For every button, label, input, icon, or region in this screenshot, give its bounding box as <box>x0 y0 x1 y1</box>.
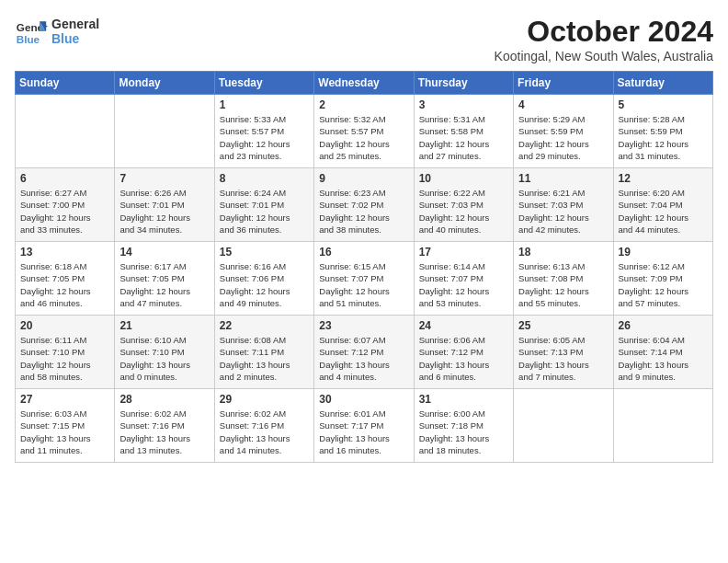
day-info: Sunrise: 5:31 AM Sunset: 5:58 PM Dayligh… <box>419 113 508 162</box>
day-info: Sunrise: 6:26 AM Sunset: 7:01 PM Dayligh… <box>119 187 209 236</box>
calendar-cell: 8Sunrise: 6:24 AM Sunset: 7:01 PM Daylig… <box>214 168 313 242</box>
day-info: Sunrise: 6:10 AM Sunset: 7:10 PM Dayligh… <box>119 334 209 383</box>
day-number: 12 <box>619 172 708 185</box>
day-info: Sunrise: 6:14 AM Sunset: 7:07 PM Dayligh… <box>419 260 508 309</box>
day-info: Sunrise: 6:21 AM Sunset: 7:03 PM Dayligh… <box>518 187 608 236</box>
calendar-cell: 28Sunrise: 6:02 AM Sunset: 7:16 PM Dayli… <box>115 389 214 463</box>
day-number: 13 <box>20 246 109 259</box>
day-number: 19 <box>619 246 708 259</box>
calendar-cell: 2Sunrise: 5:32 AM Sunset: 5:57 PM Daylig… <box>314 95 414 168</box>
day-info: Sunrise: 6:22 AM Sunset: 7:03 PM Dayligh… <box>419 187 508 236</box>
calendar-cell: 20Sunrise: 6:11 AM Sunset: 7:10 PM Dayli… <box>16 316 115 389</box>
day-number: 21 <box>119 319 209 332</box>
calendar-cell: 11Sunrise: 6:21 AM Sunset: 7:03 PM Dayli… <box>514 168 613 242</box>
header-thursday: Thursday <box>414 72 513 95</box>
calendar-cell: 23Sunrise: 6:07 AM Sunset: 7:12 PM Dayli… <box>314 316 414 389</box>
header-monday: Monday <box>115 72 214 95</box>
location: Kootingal, New South Wales, Australia <box>495 49 713 63</box>
day-number: 29 <box>220 393 309 406</box>
day-number: 4 <box>518 98 608 111</box>
day-number: 17 <box>419 246 508 259</box>
day-info: Sunrise: 5:32 AM Sunset: 5:57 PM Dayligh… <box>319 113 408 162</box>
calendar-cell: 7Sunrise: 6:26 AM Sunset: 7:01 PM Daylig… <box>115 168 214 242</box>
calendar-cell: 16Sunrise: 6:15 AM Sunset: 7:07 PM Dayli… <box>314 242 414 316</box>
day-number: 28 <box>119 393 209 406</box>
header-sunday: Sunday <box>16 72 115 95</box>
day-info: Sunrise: 6:07 AM Sunset: 7:12 PM Dayligh… <box>319 334 408 383</box>
calendar-cell: 17Sunrise: 6:14 AM Sunset: 7:07 PM Dayli… <box>414 242 513 316</box>
day-number: 10 <box>419 172 508 185</box>
day-info: Sunrise: 6:12 AM Sunset: 7:09 PM Dayligh… <box>619 260 708 309</box>
calendar-week-row: 20Sunrise: 6:11 AM Sunset: 7:10 PM Dayli… <box>16 316 713 389</box>
day-info: Sunrise: 6:02 AM Sunset: 7:16 PM Dayligh… <box>119 408 209 456</box>
header-saturday: Saturday <box>613 72 712 95</box>
calendar-cell: 9Sunrise: 6:23 AM Sunset: 7:02 PM Daylig… <box>314 168 414 242</box>
day-info: Sunrise: 5:28 AM Sunset: 5:59 PM Dayligh… <box>619 113 708 162</box>
calendar-cell: 15Sunrise: 6:16 AM Sunset: 7:06 PM Dayli… <box>214 242 313 316</box>
calendar-cell: 25Sunrise: 6:05 AM Sunset: 7:13 PM Dayli… <box>514 316 613 389</box>
day-number: 1 <box>220 98 309 111</box>
calendar-week-row: 1Sunrise: 5:33 AM Sunset: 5:57 PM Daylig… <box>16 95 713 168</box>
day-info: Sunrise: 6:23 AM Sunset: 7:02 PM Dayligh… <box>319 187 408 236</box>
day-number: 27 <box>20 393 109 406</box>
day-info: Sunrise: 6:15 AM Sunset: 7:07 PM Dayligh… <box>319 260 408 309</box>
calendar-cell: 22Sunrise: 6:08 AM Sunset: 7:11 PM Dayli… <box>214 316 313 389</box>
day-info: Sunrise: 6:11 AM Sunset: 7:10 PM Dayligh… <box>20 334 109 383</box>
day-info: Sunrise: 6:20 AM Sunset: 7:04 PM Dayligh… <box>619 187 708 236</box>
calendar-cell: 1Sunrise: 5:33 AM Sunset: 5:57 PM Daylig… <box>214 95 313 168</box>
day-number: 24 <box>419 319 508 332</box>
day-number: 6 <box>20 172 109 185</box>
day-info: Sunrise: 6:05 AM Sunset: 7:13 PM Dayligh… <box>518 334 608 383</box>
calendar-table: SundayMondayTuesdayWednesdayThursdayFrid… <box>15 71 713 463</box>
day-number: 14 <box>119 246 209 259</box>
day-info: Sunrise: 5:29 AM Sunset: 5:59 PM Dayligh… <box>518 113 608 162</box>
calendar-cell: 12Sunrise: 6:20 AM Sunset: 7:04 PM Dayli… <box>613 168 712 242</box>
day-info: Sunrise: 6:04 AM Sunset: 7:14 PM Dayligh… <box>619 334 708 383</box>
day-info: Sunrise: 5:33 AM Sunset: 5:57 PM Dayligh… <box>220 113 309 162</box>
day-info: Sunrise: 6:06 AM Sunset: 7:12 PM Dayligh… <box>419 334 508 383</box>
calendar-cell: 30Sunrise: 6:01 AM Sunset: 7:17 PM Dayli… <box>314 389 414 463</box>
day-number: 20 <box>20 319 109 332</box>
calendar-cell: 18Sunrise: 6:13 AM Sunset: 7:08 PM Dayli… <box>514 242 613 316</box>
day-number: 11 <box>518 172 608 185</box>
header-friday: Friday <box>514 72 613 95</box>
calendar-cell: 24Sunrise: 6:06 AM Sunset: 7:12 PM Dayli… <box>414 316 513 389</box>
day-info: Sunrise: 6:24 AM Sunset: 7:01 PM Dayligh… <box>220 187 309 236</box>
day-info: Sunrise: 6:02 AM Sunset: 7:16 PM Dayligh… <box>220 408 309 456</box>
calendar-cell: 6Sunrise: 6:27 AM Sunset: 7:00 PM Daylig… <box>16 168 115 242</box>
day-info: Sunrise: 6:13 AM Sunset: 7:08 PM Dayligh… <box>518 260 608 309</box>
day-number: 9 <box>319 172 408 185</box>
calendar-week-row: 6Sunrise: 6:27 AM Sunset: 7:00 PM Daylig… <box>16 168 713 242</box>
day-number: 7 <box>119 172 209 185</box>
logo-line2: Blue <box>51 31 99 46</box>
header-wednesday: Wednesday <box>314 72 414 95</box>
calendar-week-row: 13Sunrise: 6:18 AM Sunset: 7:05 PM Dayli… <box>16 242 713 316</box>
calendar-cell: 3Sunrise: 5:31 AM Sunset: 5:58 PM Daylig… <box>414 95 513 168</box>
day-number: 30 <box>319 393 408 406</box>
day-info: Sunrise: 6:18 AM Sunset: 7:05 PM Dayligh… <box>20 260 109 309</box>
calendar-cell: 14Sunrise: 6:17 AM Sunset: 7:05 PM Dayli… <box>115 242 214 316</box>
calendar-cell <box>115 95 214 168</box>
day-info: Sunrise: 6:01 AM Sunset: 7:17 PM Dayligh… <box>319 408 408 456</box>
day-number: 15 <box>220 246 309 259</box>
logo-icon: General Blue <box>15 15 48 48</box>
logo-line1: General <box>51 17 99 31</box>
day-number: 2 <box>319 98 408 111</box>
day-number: 25 <box>518 319 608 332</box>
day-number: 23 <box>319 319 408 332</box>
calendar-cell: 31Sunrise: 6:00 AM Sunset: 7:18 PM Dayli… <box>414 389 513 463</box>
day-number: 3 <box>419 98 508 111</box>
day-number: 31 <box>419 393 508 406</box>
calendar-cell: 10Sunrise: 6:22 AM Sunset: 7:03 PM Dayli… <box>414 168 513 242</box>
day-number: 8 <box>220 172 309 185</box>
day-number: 5 <box>619 98 708 111</box>
page-header: General Blue General Blue October 2024 K… <box>15 15 713 63</box>
header-tuesday: Tuesday <box>214 72 313 95</box>
day-info: Sunrise: 6:27 AM Sunset: 7:00 PM Dayligh… <box>20 187 109 236</box>
day-number: 16 <box>319 246 408 259</box>
logo: General Blue General Blue <box>15 15 99 48</box>
calendar-cell <box>514 389 613 463</box>
day-info: Sunrise: 6:08 AM Sunset: 7:11 PM Dayligh… <box>220 334 309 383</box>
day-info: Sunrise: 6:03 AM Sunset: 7:15 PM Dayligh… <box>20 408 109 456</box>
day-number: 18 <box>518 246 608 259</box>
